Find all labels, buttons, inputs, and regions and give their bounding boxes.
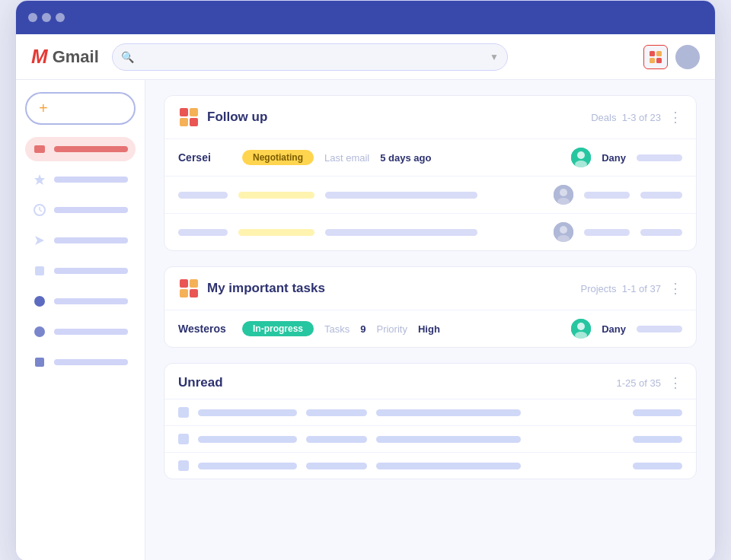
square-icon xyxy=(33,264,46,278)
important-tasks-more-button[interactable]: ⋮ xyxy=(669,280,682,297)
unread-checkbox-2[interactable] xyxy=(178,434,189,444)
svg-rect-28 xyxy=(190,279,198,288)
deal-meta-label: Last email xyxy=(324,152,369,164)
inbox-label-bar xyxy=(54,146,128,152)
priority-value: High xyxy=(418,323,440,335)
unread-bar-2c xyxy=(376,436,521,443)
follow-up-header: Follow up Deals 1-3 of 23 ⋮ xyxy=(164,96,696,139)
unread-bar-1c xyxy=(376,409,521,416)
svg-rect-1 xyxy=(656,51,662,56)
deal-row-placeholder-3 xyxy=(164,214,696,250)
sidebar-item-snoozed[interactable] xyxy=(25,198,136,222)
unread-checkbox-1[interactable] xyxy=(178,407,189,418)
send-icon xyxy=(33,234,46,247)
deal-name-cersei: Cersei xyxy=(178,151,231,164)
important-tasks-card: My important tasks Projects 1-1 of 37 ⋮ … xyxy=(164,266,697,348)
svg-rect-16 xyxy=(180,118,188,126)
svg-marker-9 xyxy=(35,236,44,245)
sidebar-item-circle2[interactable] xyxy=(25,320,136,344)
follow-up-title: Follow up xyxy=(207,110,591,125)
sidebar-item-sent[interactable] xyxy=(25,228,136,253)
snoozed-label-bar xyxy=(54,207,128,213)
crm-icon-button[interactable] xyxy=(643,45,668,69)
unread-bar-3a xyxy=(198,463,297,469)
trail-placeholder-2 xyxy=(640,192,682,199)
tasks-label: Tasks xyxy=(324,323,350,335)
svg-rect-14 xyxy=(180,108,188,116)
unread-title: Unread xyxy=(178,375,616,390)
sidebar-item-inbox[interactable] xyxy=(25,137,136,161)
svg-rect-2 xyxy=(650,58,655,63)
task-row-westeros: Westeros In-progress Tasks 9 Priority Hi… xyxy=(164,310,696,347)
unread-bar-1b xyxy=(306,409,367,416)
deal-avatar-name-dany: Dany xyxy=(602,152,626,164)
task-placeholder-bar xyxy=(637,326,682,332)
unread-bar-3d xyxy=(633,463,682,469)
unread-checkbox-3[interactable] xyxy=(178,460,189,471)
badge-placeholder-2 xyxy=(238,192,314,199)
important-tasks-title: My important tasks xyxy=(207,281,580,296)
unread-header: Unread 1-25 of 35 ⋮ xyxy=(164,364,696,399)
tasks-value: 9 xyxy=(360,323,366,335)
unread-bar-1a xyxy=(198,409,297,416)
compose-button[interactable]: + xyxy=(25,92,136,125)
sidebar-item-more1[interactable] xyxy=(25,259,136,283)
unread-row-2 xyxy=(164,425,696,452)
window-controls xyxy=(28,13,65,22)
close-dot[interactable] xyxy=(28,13,37,22)
name-placeholder-2b xyxy=(584,192,630,199)
crm-grid-icon xyxy=(649,50,662,64)
important-tasks-meta: Projects 1-1 of 37 xyxy=(580,283,661,294)
meta-placeholder-3 xyxy=(325,229,477,236)
sidebar-item-circle1[interactable] xyxy=(25,289,136,313)
unread-range: 1-25 of 35 xyxy=(616,377,661,389)
app-window: M Gmail 🔍 ▼ + xyxy=(15,0,716,560)
search-input[interactable] xyxy=(112,43,508,71)
unread-row-1 xyxy=(164,399,696,425)
unread-card: Unread 1-25 of 35 ⋮ xyxy=(164,363,697,479)
svg-rect-30 xyxy=(190,289,198,298)
minimize-dot[interactable] xyxy=(42,13,51,22)
titlebar xyxy=(16,1,715,34)
name-placeholder-3b xyxy=(584,229,630,236)
svg-line-8 xyxy=(40,210,42,212)
meta-placeholder-2 xyxy=(325,192,477,199)
important-tasks-header: My important tasks Projects 1-1 of 37 ⋮ xyxy=(164,267,696,310)
badge-inprogress: In-progress xyxy=(242,321,314,336)
deal-avatar-dany xyxy=(571,148,591,167)
gmail-logo: M Gmail xyxy=(31,45,100,68)
badge-negotiating: Negotiating xyxy=(242,150,314,165)
compose-plus-icon: + xyxy=(39,100,48,117)
sidebar-item-starred[interactable] xyxy=(25,167,136,192)
follow-up-meta: Deals 1-3 of 23 xyxy=(591,112,661,123)
sidebar-item-square2[interactable] xyxy=(25,350,136,374)
task-name-westeros: Westeros xyxy=(178,323,231,335)
unread-row-3 xyxy=(164,452,696,479)
unread-more-button[interactable]: ⋮ xyxy=(669,374,682,391)
follow-up-icon xyxy=(178,107,200,128)
maximize-dot[interactable] xyxy=(56,13,65,22)
name-placeholder-2 xyxy=(178,192,228,199)
svg-rect-27 xyxy=(180,279,188,288)
follow-up-card: Follow up Deals 1-3 of 23 ⋮ Cersei Negot… xyxy=(164,95,697,251)
unread-bar-3b xyxy=(306,463,367,469)
priority-label: Priority xyxy=(376,323,407,335)
unread-bar-1d xyxy=(633,409,682,416)
svg-rect-4 xyxy=(34,145,45,153)
avatar-placeholder-2 xyxy=(554,185,573,205)
user-avatar[interactable] xyxy=(675,45,700,69)
search-dropdown-arrow-icon[interactable]: ▼ xyxy=(490,52,499,62)
follow-up-more-button[interactable]: ⋮ xyxy=(669,109,682,126)
svg-rect-29 xyxy=(180,289,188,298)
svg-marker-5 xyxy=(34,174,45,185)
main-layout: + xyxy=(16,80,715,560)
unread-bar-2b xyxy=(306,436,367,443)
svg-point-32 xyxy=(577,323,585,330)
sidebar: + xyxy=(16,80,145,560)
svg-point-25 xyxy=(560,226,567,234)
header-right xyxy=(643,45,700,69)
svg-rect-3 xyxy=(656,58,662,63)
svg-point-11 xyxy=(34,296,45,307)
square2-label-bar xyxy=(54,359,128,365)
clock-icon xyxy=(33,203,46,217)
